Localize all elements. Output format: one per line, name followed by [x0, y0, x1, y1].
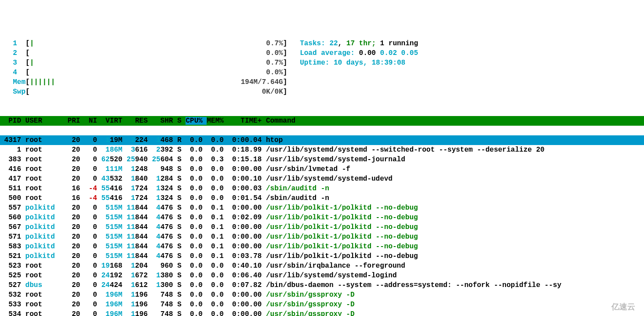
col-cpu[interactable]: CPU% [186, 117, 207, 125]
cpu-meter-2: 2 [ 0.0%] Load average: 0.00 0.02 0.05 [4, 48, 644, 58]
col-rest[interactable]: MEM% TIME+ Command [207, 117, 295, 125]
process-row[interactable]: 1 root 20 0 186M 3616 2392 S 0.0 0.0 0:1… [0, 145, 644, 155]
mem-meter: Mem[|||||| 194M/7.64G] [4, 77, 644, 87]
process-list[interactable]: 4317 root 20 0 119M 2224 1468 R 0.0 0.0 … [0, 135, 644, 316]
process-row[interactable]: 571 polkitd 20 0 515M 11844 4476 S 0.0 0… [0, 232, 644, 242]
watermark: 亿速云 [611, 302, 635, 312]
meters-area: 1 [| 0.7%] Tasks: 22, 17 thr; 1 running … [0, 39, 644, 106]
process-row[interactable]: 521 polkitd 20 0 515M 11844 4476 S 0.0 0… [0, 251, 644, 261]
process-row[interactable]: 527 dbus 20 0 24424 1612 1300 S 0.0 0.0 … [0, 280, 644, 290]
process-row[interactable]: 383 root 20 0 62520 25940 25604 S 0.0 0.… [0, 155, 644, 164]
process-row[interactable]: 532 root 20 0 196M 1196 748 S 0.0 0.0 0:… [0, 290, 644, 300]
process-row[interactable]: 511 root 16 -4 55416 1724 1324 S 0.0 0.0… [0, 184, 644, 193]
cpu-meter-1: 1 [| 0.7%] Tasks: 22, 17 thr; 1 running [4, 39, 644, 48]
process-header[interactable]: PID USER PRI NI VIRT RES SHR S CPU% MEM%… [0, 116, 644, 126]
process-row[interactable]: 4317 root 20 0 119M 2224 1468 R 0.0 0.0 … [0, 135, 644, 145]
cpu-meter-3: 3 [| 0.7%] Uptime: 10 days, 18:39:08 [4, 58, 644, 68]
swp-meter: Swp[ 0K/0K] [4, 87, 644, 97]
process-row[interactable]: 534 root 20 0 196M 1196 748 S 0.0 0.0 0:… [0, 309, 644, 316]
process-row[interactable]: 567 polkitd 20 0 515M 11844 4476 S 0.0 0… [0, 222, 644, 232]
process-row[interactable]: 557 polkitd 20 0 515M 11844 4476 S 0.0 0… [0, 203, 644, 213]
cpu-meter-4: 4 [ 0.0%] [4, 68, 644, 77]
process-row[interactable]: 500 root 16 -4 55416 1724 1324 S 0.0 0.0… [0, 193, 644, 203]
process-row[interactable]: 417 root 20 0 43532 1840 1284 S 0.0 0.0 … [0, 174, 644, 184]
process-row[interactable]: 533 root 20 0 196M 1196 748 S 0.0 0.0 0:… [0, 300, 644, 309]
col-pid[interactable]: PID USER PRI NI VIRT RES SHR S [0, 117, 186, 125]
process-row[interactable]: 523 root 20 0 19168 1204 960 S 0.0 0.0 0… [0, 261, 644, 271]
process-row[interactable]: 525 root 20 0 24192 1672 1380 S 0.0 0.0 … [0, 271, 644, 280]
process-row[interactable]: 416 root 20 0 111M 1248 948 S 0.0 0.0 0:… [0, 164, 644, 174]
process-row[interactable]: 583 polkitd 20 0 515M 11844 4476 S 0.0 0… [0, 242, 644, 251]
process-row[interactable]: 560 polkitd 20 0 515M 11844 4476 S 0.0 0… [0, 213, 644, 222]
